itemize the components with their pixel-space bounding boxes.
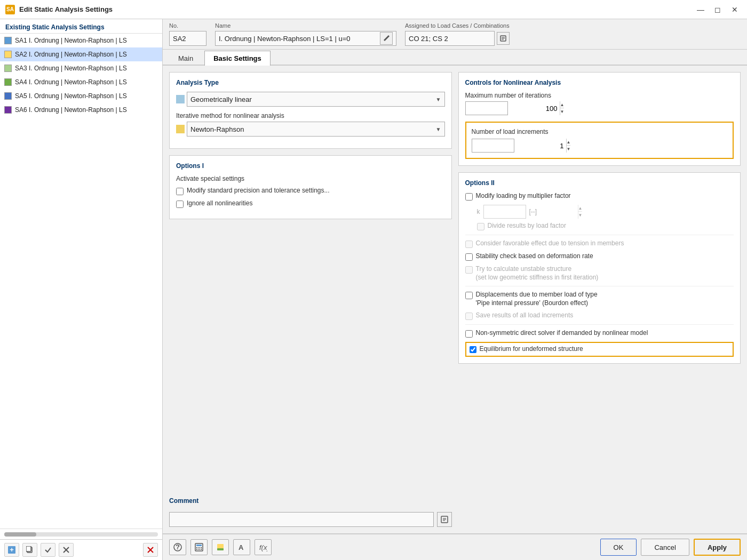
- sidebar-color-sa1: [4, 37, 12, 44]
- load-incr-up-arrow[interactable]: ▲: [567, 139, 571, 146]
- try-unstable-row: Try to calculate unstable structure(set …: [465, 265, 734, 282]
- equilibrium-row: Equilibrium for undeformed structure: [465, 342, 734, 357]
- header-row: No. SA2 Name I. Ordnung | Newton-Raphson…: [163, 19, 747, 50]
- load-incr-label: Number of load increments: [472, 128, 728, 135]
- cancel-button[interactable]: Cancel: [641, 539, 689, 556]
- name-edit-button[interactable]: [380, 32, 393, 45]
- equilibrium-checkbox[interactable]: [470, 346, 476, 353]
- svg-rect-21: [198, 547, 200, 548]
- ok-button[interactable]: OK: [600, 539, 637, 556]
- tab-main[interactable]: Main: [169, 51, 202, 66]
- k-up-arrow: ▲: [578, 205, 583, 212]
- svg-text:f(x): f(x): [259, 543, 267, 551]
- copy-button[interactable]: [22, 543, 37, 557]
- try-unstable-label: Try to calculate unstable structure(set …: [476, 265, 599, 282]
- sidebar-label-sa6: SA6 I. Ordnung | Newton-Raphson | LS: [15, 106, 127, 114]
- k-row: k ▲ ▼ [--]: [465, 205, 734, 219]
- k-label: k: [477, 208, 480, 215]
- sidebar: Existing Static Analysis Settings SA1 I.…: [0, 19, 163, 560]
- sidebar-color-sa5: [4, 92, 12, 100]
- sidebar-scrollbar-thumb[interactable]: [4, 532, 36, 537]
- iterative-color-swatch: [176, 125, 185, 133]
- modify-loading-row: Modify loading by multiplier factor: [465, 192, 734, 201]
- assign-value: CO 21; CS 2: [405, 31, 495, 46]
- max-iter-spinbox-wrap: ▲ ▼: [465, 101, 734, 115]
- iterative-dropdown[interactable]: Newton-Raphson ▼: [187, 122, 445, 137]
- close-button[interactable]: ✕: [728, 4, 742, 15]
- max-iter-up-arrow[interactable]: ▲: [560, 101, 565, 108]
- modify-precision-row: Modify standard precision and tolerance …: [176, 187, 445, 195]
- apply-button[interactable]: Apply: [694, 539, 741, 556]
- footer-right: OK Cancel Apply: [600, 539, 741, 556]
- displacements-label: Displacements due to member load of type…: [476, 291, 598, 307]
- window-title: Edit Static Analysis Settings: [19, 5, 689, 13]
- non-symmetric-checkbox[interactable]: [465, 330, 473, 338]
- color-button[interactable]: [212, 539, 229, 555]
- load-incr-spinbox[interactable]: ▲ ▼: [472, 139, 514, 153]
- load-incr-box: Number of load increments ▲ ▼: [465, 122, 734, 159]
- comment-row: [169, 512, 452, 527]
- name-field[interactable]: I. Ordnung | Newton-Raphson | LS=1 | u=0: [215, 31, 396, 46]
- svg-rect-22: [201, 547, 202, 548]
- text-button[interactable]: A: [233, 539, 250, 555]
- svg-rect-20: [196, 547, 197, 548]
- max-iter-label: Maximum number of iterations: [465, 92, 734, 99]
- load-incr-arrows: ▲ ▼: [566, 139, 571, 153]
- analysis-type-dropdown[interactable]: Geometrically linear ▼: [187, 92, 445, 107]
- options-ii-section: Options II Modify loading by multiplier …: [458, 172, 741, 364]
- no-field: SA2: [169, 31, 206, 46]
- add-button[interactable]: +: [4, 543, 19, 557]
- title-bar-controls: — ◻ ✕: [694, 4, 742, 15]
- separator-2: [465, 286, 734, 286]
- maximize-button[interactable]: ◻: [711, 4, 725, 15]
- load-incr-input[interactable]: [472, 142, 566, 150]
- modify-precision-checkbox[interactable]: [176, 188, 184, 195]
- sidebar-item-sa5[interactable]: SA5 I. Ordnung | Newton-Raphson | LS: [0, 89, 162, 103]
- k-down-arrow: ▼: [578, 212, 583, 219]
- calc-button[interactable]: [190, 539, 208, 555]
- app-icon: SA: [5, 5, 15, 14]
- max-iter-down-arrow[interactable]: ▼: [560, 108, 565, 115]
- comment-edit-button[interactable]: [437, 512, 452, 527]
- iterative-label: Iterative method for nonlinear analysis: [176, 112, 445, 119]
- minimize-button[interactable]: —: [694, 4, 708, 15]
- sidebar-item-sa3[interactable]: SA3 I. Ordnung | Newton-Raphson | LS: [0, 61, 162, 75]
- sidebar-item-sa1[interactable]: SA1 I. Ordnung | Newton-Raphson | LS: [0, 34, 162, 47]
- sidebar-toolbar: +: [0, 539, 162, 560]
- ignore-nonlin-row: Ignore all nonlinearities: [176, 199, 445, 208]
- non-symmetric-label: Non-symmetric direct solver if demanded …: [476, 329, 648, 338]
- ignore-nonlin-checkbox[interactable]: [176, 201, 184, 208]
- displacements-checkbox[interactable]: [465, 292, 473, 299]
- divide-results-row: Divide results by load factor: [465, 222, 734, 230]
- svg-rect-27: [217, 548, 224, 550]
- uncheck-button[interactable]: [59, 543, 74, 557]
- content-right: Controls for Nonlinear Analysis Maximum …: [458, 72, 741, 527]
- sidebar-item-sa2[interactable]: SA2 I. Ordnung | Newton-Raphson | LS: [0, 47, 162, 61]
- help-button[interactable]: ?: [169, 539, 186, 555]
- footer-left: ? A f(x): [169, 539, 272, 555]
- formula-button[interactable]: f(x): [255, 539, 272, 555]
- modify-loading-checkbox[interactable]: [465, 193, 473, 201]
- tabs-row: Main Basic Settings: [163, 50, 747, 66]
- tab-basic-settings[interactable]: Basic Settings: [204, 51, 271, 66]
- comment-input[interactable]: [169, 512, 434, 527]
- separator-3: [465, 324, 734, 325]
- stability-check-checkbox[interactable]: [465, 253, 473, 261]
- divide-results-label: Divide results by load factor: [488, 222, 566, 230]
- max-iter-input[interactable]: [466, 105, 560, 113]
- delete-button[interactable]: [143, 543, 158, 557]
- check-button[interactable]: [41, 543, 55, 557]
- svg-rect-24: [198, 549, 200, 550]
- load-incr-down-arrow[interactable]: ▼: [567, 146, 571, 153]
- max-iter-spinbox[interactable]: ▲ ▼: [465, 101, 508, 115]
- sidebar-scrollbar-track[interactable]: [4, 532, 158, 537]
- assign-edit-button[interactable]: [497, 32, 510, 45]
- sidebar-item-sa4[interactable]: SA4 I. Ordnung | Newton-Raphson | LS: [0, 75, 162, 89]
- sidebar-item-sa6[interactable]: SA6 I. Ordnung | Newton-Raphson | LS: [0, 103, 162, 117]
- activate-label: Activate special settings: [176, 175, 445, 182]
- name-group: Name I. Ordnung | Newton-Raphson | LS=1 …: [215, 22, 396, 46]
- divide-results-checkbox: [477, 223, 484, 230]
- sidebar-color-sa2: [4, 51, 12, 58]
- name-input[interactable]: I. Ordnung | Newton-Raphson | LS=1 | u=0: [219, 35, 378, 43]
- content-left: Analysis Type Geometrically linear ▼ Ite…: [169, 72, 452, 527]
